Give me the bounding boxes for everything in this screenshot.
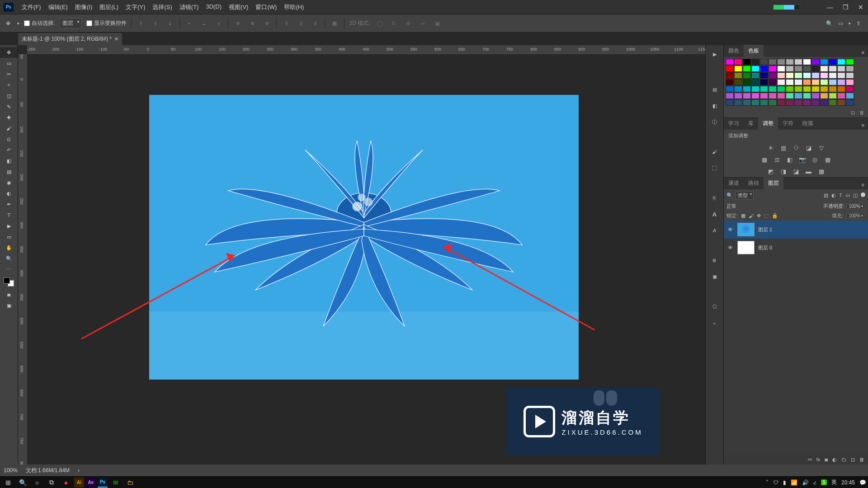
tab-adjustments[interactable]: 调整 <box>758 117 778 130</box>
swatch[interactable] <box>726 86 734 92</box>
volume-icon[interactable]: 🔊 <box>802 479 809 486</box>
tab-character[interactable]: 字符 <box>778 117 798 130</box>
swatch[interactable] <box>786 93 794 99</box>
adj-invert-icon[interactable]: ◩ <box>767 167 775 175</box>
swatch[interactable] <box>820 59 828 65</box>
menu-图像[interactable]: 图像(I) <box>71 1 96 13</box>
fg-bg-colors[interactable] <box>3 277 15 287</box>
dist-hcenter-icon[interactable]: ⫴ <box>296 19 306 28</box>
canvas-viewport[interactable]: 溜溜自学 ZIXUE.3D66.COM <box>27 54 705 465</box>
start-icon[interactable]: ⊞ <box>2 478 14 488</box>
swatch[interactable] <box>726 72 734 79</box>
swatch[interactable] <box>734 79 742 85</box>
security-icon[interactable]: 🛡 <box>773 479 778 486</box>
swatch[interactable] <box>734 59 742 65</box>
lock-pixels-icon[interactable]: 🖌 <box>749 213 754 219</box>
panel-menu-icon[interactable]: ≡ <box>858 121 868 130</box>
swatch[interactable] <box>837 79 845 85</box>
layer-fx-icon[interactable]: fx <box>816 457 821 463</box>
swatch[interactable] <box>811 79 820 85</box>
swatch[interactable] <box>751 99 760 106</box>
zoom-tool[interactable]: 🔍 <box>0 253 18 264</box>
swatch[interactable] <box>803 79 811 85</box>
swatch[interactable] <box>786 66 794 72</box>
properties-panel-icon[interactable]: ◧ <box>709 100 720 111</box>
fill-input[interactable]: 100% <box>846 213 865 219</box>
blend-mode-select[interactable]: 正常 <box>726 203 765 210</box>
swatch[interactable] <box>751 72 760 79</box>
swatch[interactable] <box>760 93 768 99</box>
share-icon[interactable]: ⇪ <box>856 20 861 27</box>
swatch[interactable] <box>837 93 845 99</box>
close-icon[interactable]: ✕ <box>857 4 864 11</box>
auto-select-checkbox[interactable]: 自动选择: <box>24 19 55 27</box>
adj-brightness-icon[interactable]: ☀ <box>767 144 775 152</box>
swatch[interactable] <box>769 66 777 72</box>
swatch[interactable] <box>760 59 768 65</box>
swatch[interactable] <box>837 99 845 106</box>
swatch[interactable] <box>734 86 742 92</box>
swatch[interactable] <box>786 79 794 85</box>
swatch[interactable] <box>829 99 837 106</box>
cube-3d-panel-icon[interactable]: ⬡ <box>709 301 720 312</box>
hand-tool[interactable]: ✋ <box>0 242 18 253</box>
explorer-icon[interactable]: 🗀 <box>124 478 137 488</box>
type-tool[interactable]: T <box>0 210 18 221</box>
notifications-icon[interactable]: 💬 <box>859 479 866 486</box>
swatch[interactable] <box>803 72 811 79</box>
swatch[interactable] <box>820 86 828 92</box>
swatch[interactable] <box>777 79 785 85</box>
timeline-panel-icon[interactable]: ⫠ <box>709 317 720 328</box>
filter-text-icon[interactable]: T <box>839 192 842 198</box>
gradient-tool[interactable]: ▤ <box>0 166 18 177</box>
dodge-tool[interactable]: ◐ <box>0 188 18 199</box>
tab-swatches[interactable]: 色板 <box>744 45 764 57</box>
blur-tool[interactable]: ◉ <box>0 177 18 188</box>
filter-shape-icon[interactable]: ▭ <box>845 192 850 198</box>
delete-swatch-icon[interactable]: 🗑 <box>859 110 864 116</box>
dist-right-icon[interactable]: ⫴ <box>310 19 320 28</box>
menu-帮助[interactable]: 帮助(H) <box>280 1 307 13</box>
auto-align-icon[interactable]: ⊞ <box>330 19 340 28</box>
link-icon[interactable]: ረ <box>813 479 816 486</box>
new-swatch-icon[interactable]: ⊡ <box>851 110 855 116</box>
battery-icon[interactable]: ▮ <box>783 479 786 486</box>
doc-size[interactable]: 文档:1.66M/1.84M <box>26 467 70 474</box>
layer-row[interactable]: 👁图层 2 <box>724 221 868 239</box>
swatch[interactable] <box>794 59 802 65</box>
chrome-icon[interactable]: ● <box>60 478 72 488</box>
tray-expand-icon[interactable]: ˄ <box>766 479 769 486</box>
swatch[interactable] <box>811 99 820 106</box>
panel-menu-icon[interactable]: ≡ <box>858 180 868 189</box>
lasso-tool[interactable]: ✂ <box>0 69 18 80</box>
dist-left-icon[interactable]: ⫴ <box>281 19 291 28</box>
history-panel-icon[interactable]: ▤ <box>709 84 720 95</box>
notes-panel-icon[interactable]: 🗎 <box>709 255 720 266</box>
swatch[interactable] <box>760 79 768 85</box>
swatch[interactable] <box>829 66 837 72</box>
lock-transparent-icon[interactable]: ▩ <box>741 213 745 219</box>
swatch[interactable] <box>777 59 785 65</box>
search-icon[interactable]: 🔍 <box>826 20 833 27</box>
swatch[interactable] <box>811 72 820 79</box>
visibility-icon[interactable]: 👁 <box>726 227 734 232</box>
tab-learn[interactable]: 学习 <box>724 117 744 130</box>
swatch[interactable] <box>829 72 837 79</box>
align-left-icon[interactable]: ⫟ <box>184 19 194 28</box>
swatch[interactable] <box>803 99 811 106</box>
swatch[interactable] <box>734 72 742 79</box>
align-top-icon[interactable]: ⫯ <box>136 19 146 28</box>
filter-toggle[interactable] <box>861 192 865 197</box>
swatch[interactable] <box>846 99 854 106</box>
magic-wand-tool[interactable]: ✧ <box>0 80 18 90</box>
adj-levels-icon[interactable]: ▥ <box>779 144 788 152</box>
menu-3D[interactable]: 3D(D) <box>202 1 225 13</box>
swatch[interactable] <box>743 79 751 85</box>
swatch[interactable] <box>726 99 734 106</box>
swatch[interactable] <box>811 93 820 99</box>
swatch[interactable] <box>777 66 785 72</box>
swatch[interactable] <box>803 66 811 72</box>
align-vcenter-icon[interactable]: ⫲ <box>151 19 160 28</box>
layer-filter-type[interactable]: 类型 <box>736 191 754 200</box>
swatch[interactable] <box>794 79 802 85</box>
